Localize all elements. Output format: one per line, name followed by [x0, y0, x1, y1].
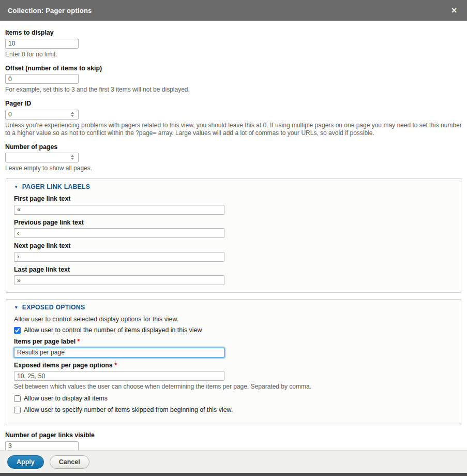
- exposed-items-options-label: Exposed items per page options *: [14, 362, 453, 369]
- control-items-checkbox-label[interactable]: Allow user to control the number of item…: [24, 326, 202, 334]
- offset-input[interactable]: [5, 74, 79, 84]
- items-to-display-description: Enter 0 for no limit.: [5, 51, 462, 58]
- pager-links-visible-label: Number of pager links visible: [5, 432, 462, 439]
- exposed-items-options-input[interactable]: [14, 371, 224, 381]
- pager-links-visible-input[interactable]: [5, 441, 79, 451]
- previous-page-link-label: Previous page link text: [14, 219, 453, 226]
- collapse-arrow-icon: ▼: [14, 185, 19, 189]
- dialog-footer: Apply Cancel: [0, 450, 467, 473]
- form-item-exposed-items-options: Exposed items per page options * Set bet…: [14, 362, 453, 391]
- last-page-link-input[interactable]: [14, 275, 224, 285]
- cancel-button[interactable]: Cancel: [50, 455, 89, 469]
- number-of-pages-description: Leave empty to show all pages.: [5, 165, 462, 172]
- number-of-pages-input[interactable]: [5, 153, 79, 162]
- exposed-items-options-description: Set between which values the user can ch…: [14, 383, 453, 391]
- page-behind-strip: [0, 473, 467, 476]
- form-item-last-page-link: Last page link text: [14, 266, 453, 286]
- checkbox-row-control-items: Allow user to control the number of item…: [14, 326, 453, 334]
- form-item-pager-links-visible: Number of pager links visible Specify th…: [5, 432, 462, 450]
- next-page-link-label: Next page link text: [14, 242, 453, 249]
- form-item-items-per-page-label: Items per page label *: [14, 338, 453, 358]
- apply-button[interactable]: Apply: [7, 455, 44, 469]
- specify-skipped-checkbox-label[interactable]: Allow user to specify number of items sk…: [24, 406, 233, 414]
- form-item-next-page-link: Next page link text: [14, 242, 453, 262]
- next-page-link-input[interactable]: [14, 252, 224, 262]
- dialog-body: Items to display Enter 0 for no limit. O…: [0, 21, 467, 450]
- exposed-options-legend[interactable]: ▼ EXPOSED OPTIONS: [14, 304, 453, 311]
- previous-page-link-input[interactable]: [14, 228, 224, 238]
- display-all-checkbox[interactable]: [14, 395, 21, 402]
- required-marker: *: [114, 362, 117, 369]
- fieldset-pager-link-labels: ▼ PAGER LINK LABELS First page link text…: [6, 178, 461, 293]
- checkbox-row-specify-skipped: Allow user to specify number of items sk…: [14, 406, 453, 414]
- pager-id-label: Pager ID: [5, 100, 462, 107]
- items-to-display-input[interactable]: [5, 39, 79, 49]
- dialog-title: Collection: Pager options: [8, 7, 92, 14]
- required-marker: *: [78, 338, 80, 345]
- items-per-page-label-label: Items per page label *: [14, 338, 453, 345]
- pager-link-labels-legend-text: PAGER LINK LABELS: [22, 183, 91, 190]
- exposed-options-legend-text: EXPOSED OPTIONS: [22, 304, 85, 311]
- pager-link-labels-legend[interactable]: ▼ PAGER LINK LABELS: [14, 183, 453, 190]
- checkbox-row-display-all: Allow user to display all items: [14, 395, 453, 403]
- first-page-link-label: First page link text: [14, 195, 453, 202]
- offset-label: Offset (number of items to skip): [5, 65, 462, 72]
- fieldset-exposed-options: ▼ EXPOSED OPTIONS Allow user to control …: [6, 299, 461, 425]
- display-all-checkbox-label[interactable]: Allow user to display all items: [24, 395, 108, 403]
- number-of-pages-label: Number of pages: [5, 143, 462, 151]
- items-to-display-label: Items to display: [5, 29, 462, 36]
- form-item-number-of-pages: Number of pages Leave empty to show all …: [5, 143, 462, 173]
- form-item-offset: Offset (number of items to skip) For exa…: [5, 65, 462, 94]
- first-page-link-input[interactable]: [14, 205, 224, 215]
- collapse-arrow-icon: ▼: [14, 305, 19, 310]
- form-item-previous-page-link: Previous page link text: [14, 219, 453, 239]
- last-page-link-label: Last page link text: [14, 266, 453, 273]
- form-item-pager-id: Pager ID Unless you're experiencing prob…: [5, 100, 462, 137]
- pager-id-description: Unless you're experiencing problems with…: [5, 122, 462, 137]
- items-per-page-label-input[interactable]: [14, 348, 224, 358]
- close-icon[interactable]: ✕: [449, 6, 459, 15]
- form-item-first-page-link: First page link text: [14, 195, 453, 215]
- form-item-items-to-display: Items to display Enter 0 for no limit.: [5, 29, 462, 58]
- specify-skipped-checkbox[interactable]: [14, 407, 21, 413]
- control-items-checkbox[interactable]: [14, 327, 21, 334]
- dialog-titlebar: Collection: Pager options ✕: [0, 0, 467, 21]
- offset-description: For example, set this to 3 and the first…: [5, 86, 462, 94]
- exposed-options-intro: Allow user to control selected display o…: [14, 316, 453, 323]
- pager-id-input[interactable]: [5, 110, 79, 120]
